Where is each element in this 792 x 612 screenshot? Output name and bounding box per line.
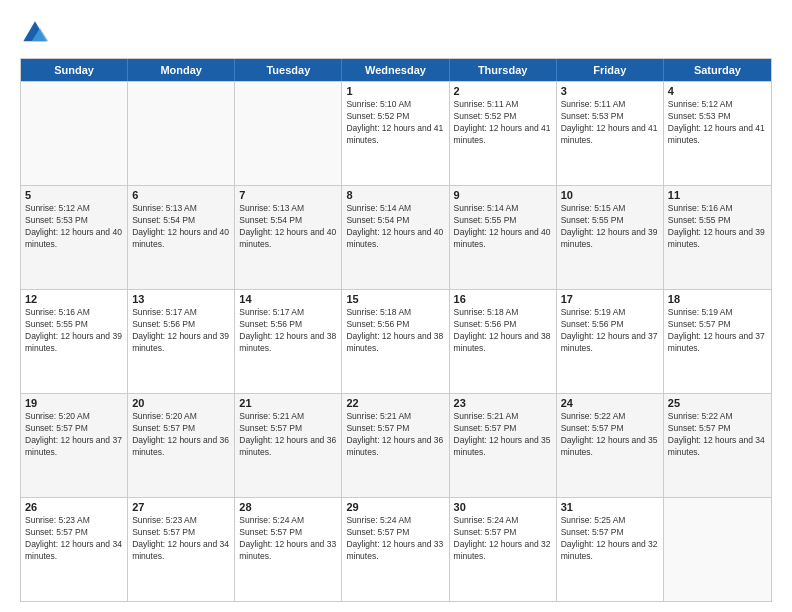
calendar-cell (21, 82, 128, 185)
day-info: Sunrise: 5:18 AMSunset: 5:56 PMDaylight:… (346, 307, 444, 355)
day-info: Sunrise: 5:17 AMSunset: 5:56 PMDaylight:… (239, 307, 337, 355)
calendar-cell: 30Sunrise: 5:24 AMSunset: 5:57 PMDayligh… (450, 498, 557, 601)
day-number: 15 (346, 293, 444, 305)
calendar-cell: 22Sunrise: 5:21 AMSunset: 5:57 PMDayligh… (342, 394, 449, 497)
day-info: Sunrise: 5:22 AMSunset: 5:57 PMDaylight:… (668, 411, 767, 459)
day-info: Sunrise: 5:13 AMSunset: 5:54 PMDaylight:… (239, 203, 337, 251)
day-number: 11 (668, 189, 767, 201)
day-number: 21 (239, 397, 337, 409)
calendar-cell (664, 498, 771, 601)
day-number: 22 (346, 397, 444, 409)
day-info: Sunrise: 5:23 AMSunset: 5:57 PMDaylight:… (132, 515, 230, 563)
calendar-cell: 24Sunrise: 5:22 AMSunset: 5:57 PMDayligh… (557, 394, 664, 497)
day-number: 30 (454, 501, 552, 513)
calendar-week: 5Sunrise: 5:12 AMSunset: 5:53 PMDaylight… (21, 185, 771, 289)
calendar-header-day: Tuesday (235, 59, 342, 81)
calendar-cell: 2Sunrise: 5:11 AMSunset: 5:52 PMDaylight… (450, 82, 557, 185)
day-info: Sunrise: 5:11 AMSunset: 5:53 PMDaylight:… (561, 99, 659, 147)
day-number: 9 (454, 189, 552, 201)
day-info: Sunrise: 5:14 AMSunset: 5:54 PMDaylight:… (346, 203, 444, 251)
day-info: Sunrise: 5:21 AMSunset: 5:57 PMDaylight:… (239, 411, 337, 459)
day-number: 31 (561, 501, 659, 513)
logo (20, 18, 54, 48)
day-info: Sunrise: 5:24 AMSunset: 5:57 PMDaylight:… (454, 515, 552, 563)
day-info: Sunrise: 5:20 AMSunset: 5:57 PMDaylight:… (132, 411, 230, 459)
calendar-header-day: Monday (128, 59, 235, 81)
calendar-cell: 6Sunrise: 5:13 AMSunset: 5:54 PMDaylight… (128, 186, 235, 289)
calendar-header-day: Thursday (450, 59, 557, 81)
calendar-cell: 27Sunrise: 5:23 AMSunset: 5:57 PMDayligh… (128, 498, 235, 601)
calendar-cell (128, 82, 235, 185)
day-info: Sunrise: 5:14 AMSunset: 5:55 PMDaylight:… (454, 203, 552, 251)
day-info: Sunrise: 5:15 AMSunset: 5:55 PMDaylight:… (561, 203, 659, 251)
calendar: SundayMondayTuesdayWednesdayThursdayFrid… (20, 58, 772, 602)
calendar-header-day: Sunday (21, 59, 128, 81)
calendar-cell: 10Sunrise: 5:15 AMSunset: 5:55 PMDayligh… (557, 186, 664, 289)
calendar-week: 26Sunrise: 5:23 AMSunset: 5:57 PMDayligh… (21, 497, 771, 601)
day-info: Sunrise: 5:19 AMSunset: 5:56 PMDaylight:… (561, 307, 659, 355)
day-info: Sunrise: 5:19 AMSunset: 5:57 PMDaylight:… (668, 307, 767, 355)
day-number: 1 (346, 85, 444, 97)
day-info: Sunrise: 5:12 AMSunset: 5:53 PMDaylight:… (25, 203, 123, 251)
calendar-cell: 15Sunrise: 5:18 AMSunset: 5:56 PMDayligh… (342, 290, 449, 393)
day-number: 6 (132, 189, 230, 201)
day-info: Sunrise: 5:11 AMSunset: 5:52 PMDaylight:… (454, 99, 552, 147)
day-info: Sunrise: 5:21 AMSunset: 5:57 PMDaylight:… (454, 411, 552, 459)
day-number: 24 (561, 397, 659, 409)
calendar-cell: 29Sunrise: 5:24 AMSunset: 5:57 PMDayligh… (342, 498, 449, 601)
day-number: 29 (346, 501, 444, 513)
day-info: Sunrise: 5:24 AMSunset: 5:57 PMDaylight:… (346, 515, 444, 563)
calendar-cell: 3Sunrise: 5:11 AMSunset: 5:53 PMDaylight… (557, 82, 664, 185)
day-info: Sunrise: 5:23 AMSunset: 5:57 PMDaylight:… (25, 515, 123, 563)
calendar-cell: 31Sunrise: 5:25 AMSunset: 5:57 PMDayligh… (557, 498, 664, 601)
day-number: 26 (25, 501, 123, 513)
day-info: Sunrise: 5:20 AMSunset: 5:57 PMDaylight:… (25, 411, 123, 459)
day-number: 12 (25, 293, 123, 305)
calendar-cell: 28Sunrise: 5:24 AMSunset: 5:57 PMDayligh… (235, 498, 342, 601)
day-info: Sunrise: 5:24 AMSunset: 5:57 PMDaylight:… (239, 515, 337, 563)
calendar-cell: 18Sunrise: 5:19 AMSunset: 5:57 PMDayligh… (664, 290, 771, 393)
day-info: Sunrise: 5:22 AMSunset: 5:57 PMDaylight:… (561, 411, 659, 459)
calendar-cell: 4Sunrise: 5:12 AMSunset: 5:53 PMDaylight… (664, 82, 771, 185)
day-number: 4 (668, 85, 767, 97)
calendar-header: SundayMondayTuesdayWednesdayThursdayFrid… (21, 59, 771, 81)
calendar-cell: 8Sunrise: 5:14 AMSunset: 5:54 PMDaylight… (342, 186, 449, 289)
day-number: 25 (668, 397, 767, 409)
header (20, 18, 772, 48)
calendar-cell: 16Sunrise: 5:18 AMSunset: 5:56 PMDayligh… (450, 290, 557, 393)
calendar-cell: 17Sunrise: 5:19 AMSunset: 5:56 PMDayligh… (557, 290, 664, 393)
day-info: Sunrise: 5:25 AMSunset: 5:57 PMDaylight:… (561, 515, 659, 563)
calendar-header-day: Saturday (664, 59, 771, 81)
day-info: Sunrise: 5:16 AMSunset: 5:55 PMDaylight:… (25, 307, 123, 355)
day-number: 28 (239, 501, 337, 513)
calendar-week: 12Sunrise: 5:16 AMSunset: 5:55 PMDayligh… (21, 289, 771, 393)
day-number: 20 (132, 397, 230, 409)
calendar-cell: 11Sunrise: 5:16 AMSunset: 5:55 PMDayligh… (664, 186, 771, 289)
day-number: 17 (561, 293, 659, 305)
day-number: 18 (668, 293, 767, 305)
calendar-cell: 5Sunrise: 5:12 AMSunset: 5:53 PMDaylight… (21, 186, 128, 289)
calendar-cell: 14Sunrise: 5:17 AMSunset: 5:56 PMDayligh… (235, 290, 342, 393)
day-number: 3 (561, 85, 659, 97)
day-number: 8 (346, 189, 444, 201)
calendar-week: 1Sunrise: 5:10 AMSunset: 5:52 PMDaylight… (21, 81, 771, 185)
calendar-cell: 25Sunrise: 5:22 AMSunset: 5:57 PMDayligh… (664, 394, 771, 497)
day-info: Sunrise: 5:12 AMSunset: 5:53 PMDaylight:… (668, 99, 767, 147)
calendar-cell: 23Sunrise: 5:21 AMSunset: 5:57 PMDayligh… (450, 394, 557, 497)
day-number: 16 (454, 293, 552, 305)
day-info: Sunrise: 5:16 AMSunset: 5:55 PMDaylight:… (668, 203, 767, 251)
calendar-cell: 9Sunrise: 5:14 AMSunset: 5:55 PMDaylight… (450, 186, 557, 289)
calendar-cell: 13Sunrise: 5:17 AMSunset: 5:56 PMDayligh… (128, 290, 235, 393)
day-info: Sunrise: 5:17 AMSunset: 5:56 PMDaylight:… (132, 307, 230, 355)
calendar-header-day: Wednesday (342, 59, 449, 81)
calendar-cell: 7Sunrise: 5:13 AMSunset: 5:54 PMDaylight… (235, 186, 342, 289)
day-number: 7 (239, 189, 337, 201)
calendar-cell: 20Sunrise: 5:20 AMSunset: 5:57 PMDayligh… (128, 394, 235, 497)
day-number: 13 (132, 293, 230, 305)
day-number: 5 (25, 189, 123, 201)
calendar-cell (235, 82, 342, 185)
calendar-cell: 21Sunrise: 5:21 AMSunset: 5:57 PMDayligh… (235, 394, 342, 497)
day-number: 14 (239, 293, 337, 305)
calendar-cell: 19Sunrise: 5:20 AMSunset: 5:57 PMDayligh… (21, 394, 128, 497)
calendar-cell: 26Sunrise: 5:23 AMSunset: 5:57 PMDayligh… (21, 498, 128, 601)
